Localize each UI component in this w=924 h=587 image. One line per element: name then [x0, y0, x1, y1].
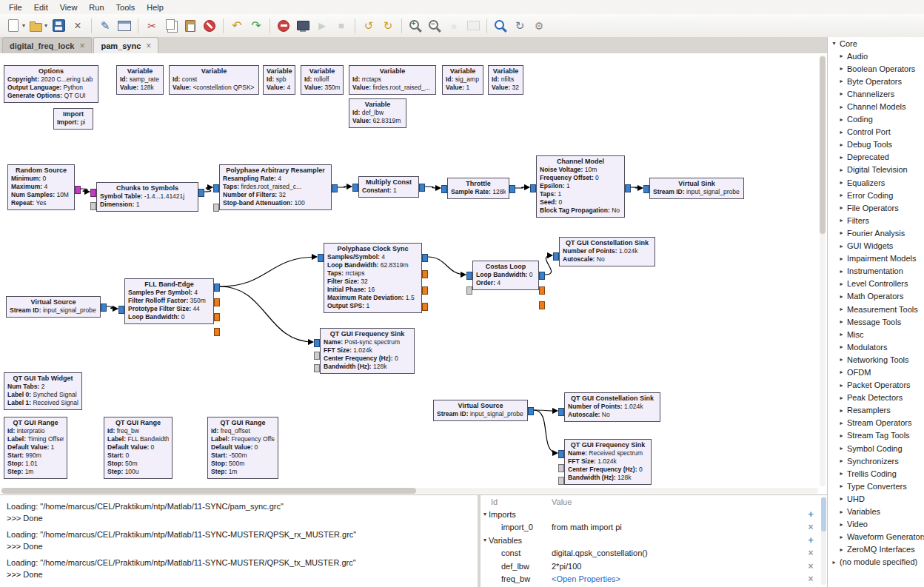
block-polyphase-arbitrary-resampler[interactable]: Polyphase Arbitrary ResamplerResampling … [219, 164, 332, 210]
port-in-blue[interactable] [558, 450, 564, 458]
port-out-blue[interactable] [528, 407, 534, 415]
connection[interactable] [545, 255, 552, 275]
tree-expander-icon[interactable]: ▸ [838, 420, 845, 426]
library-item-synchronizers[interactable]: ▸Synchronizers [828, 454, 924, 467]
menu-edit[interactable]: Edit [28, 1, 54, 13]
block-polyphase-clock-sync[interactable]: Polyphase Clock SyncSamples/Symbol: 4Loo… [324, 243, 422, 313]
tree-expander-icon[interactable]: ▸ [838, 90, 845, 97]
menu-tools[interactable]: Tools [110, 1, 141, 13]
block-channel-model[interactable]: Channel ModelNoise Voltage: 10mFrequency… [536, 155, 625, 218]
port-out-blue[interactable] [332, 184, 338, 192]
block-variable-rrctaps[interactable]: VariableId: rrctapsValue: firdes.root_ra… [349, 65, 436, 95]
tree-expander-icon[interactable]: ▸ [838, 470, 845, 477]
tab-close-icon[interactable]: × [79, 41, 84, 51]
library-item-measurement-tools[interactable]: ▸Measurement Tools [828, 303, 924, 315]
tree-expander-icon[interactable]: ▾ [483, 511, 486, 517]
kill-button[interactable]: ■ [332, 16, 351, 36]
port-out-magenta[interactable] [75, 186, 81, 194]
tree-expander-icon[interactable]: ▸ [838, 395, 845, 401]
block-virtual-source-1[interactable]: Virtual SourceStream ID: input_signal_pr… [6, 296, 101, 318]
scrollbar-thumb[interactable] [820, 56, 826, 234]
flowgraph-canvas[interactable]: OptionsCopyright: 2020 C...ering LabOutp… [0, 53, 827, 494]
library-item-instrumentation[interactable]: ▸Instrumentation [828, 265, 924, 278]
library-item-equalizers[interactable]: ▸Equalizers [828, 176, 924, 189]
port-out-orange[interactable] [214, 313, 220, 321]
library-item-channel-models[interactable]: ▸Channel Models [828, 100, 924, 113]
connection[interactable] [220, 286, 313, 342]
library-item-file-operators[interactable]: ▸File Operators [828, 201, 924, 214]
scrollbar-thumb[interactable] [821, 497, 826, 531]
connection[interactable] [338, 187, 352, 187]
port-in-blue[interactable] [553, 252, 559, 261]
open-properties-link[interactable]: <Open Properties> [552, 574, 802, 583]
var-group-imports[interactable]: ▾Imports+ [481, 508, 827, 521]
save-button[interactable] [49, 16, 68, 36]
block-virtual-sink[interactable]: Virtual SinkStream ID: input_signal_prob… [649, 178, 744, 199]
library-item-gui-widgets[interactable]: ▸GUI Widgets [828, 240, 924, 252]
library-item-video[interactable]: ▸Video [828, 518, 924, 531]
library-item-digital-television[interactable]: ▸Digital Television [828, 164, 924, 176]
block-fll-band-edge[interactable]: FLL Band-EdgeSamples Per Symbol: 4Filter… [124, 278, 214, 324]
tree-expander-icon[interactable]: ▸ [838, 432, 845, 439]
tree-expander-icon[interactable]: ▸ [838, 546, 845, 553]
open-button[interactable]: ▾ [27, 16, 49, 36]
tree-expander-icon[interactable]: ▸ [838, 534, 845, 540]
add-imports-button[interactable]: + [802, 509, 820, 520]
port-in-gray[interactable] [314, 364, 320, 372]
tree-expander-icon[interactable]: ▸ [838, 457, 845, 464]
port-out-blue[interactable] [101, 303, 107, 312]
block-qtgui-range-freq_bw[interactable]: QT GUI RangeId: freq_bwLabel: FLL Bandwi… [104, 417, 173, 479]
port-in-blue[interactable] [314, 339, 320, 347]
connection[interactable] [204, 187, 212, 192]
tree-expander-icon[interactable]: ▸ [838, 369, 845, 375]
tree-expander-icon[interactable]: ▸ [838, 53, 845, 59]
tree-expander-icon[interactable]: ▸ [838, 78, 845, 84]
block-virtual-source-2[interactable]: Virtual SourceStream ID: input_signal_pr… [433, 400, 528, 421]
find-block-button[interactable] [491, 16, 510, 36]
paste-button[interactable] [181, 16, 200, 36]
library-category-core[interactable]: ▾Core [828, 37, 924, 50]
port-in-blue[interactable] [213, 184, 219, 192]
tree-expander-icon[interactable]: ▸ [838, 407, 845, 414]
var-row-def_lbw[interactable]: def_lbw2*pi/100× [481, 560, 827, 573]
port-in-gray[interactable] [558, 464, 564, 472]
zoom-in-button[interactable]: + [406, 16, 425, 36]
block-qtgui-frequency-sink-2[interactable]: QT GUI Frequency SinkName: Received spec… [564, 439, 652, 485]
generate-button[interactable] [293, 16, 312, 36]
tree-expander-icon[interactable]: ▸ [838, 445, 845, 452]
library-item-impairment-models[interactable]: ▸Impairment Models [828, 252, 924, 265]
canvas-vertical-scrollbar[interactable] [820, 55, 826, 486]
close-button[interactable]: × [68, 16, 87, 36]
tree-expander-icon[interactable]: ▸ [838, 356, 845, 363]
connection[interactable] [220, 257, 317, 286]
library-item-peak-detectors[interactable]: ▸Peak Detectors [828, 392, 924, 404]
port-out-orange[interactable] [539, 286, 545, 295]
library-item-audio[interactable]: ▸Audio [828, 50, 924, 62]
new-button[interactable]: ▾ [4, 16, 27, 36]
tree-expander-icon[interactable]: ▸ [838, 192, 845, 198]
tree-expander-icon[interactable]: ▸ [838, 509, 845, 515]
block-qtgui-constellation-sink-2[interactable]: QT GUI Constellation SinkNumber of Point… [564, 392, 660, 422]
tree-expander-icon[interactable]: ▸ [838, 382, 845, 389]
block-variable-samp_rate[interactable]: VariableId: samp_rateValue: 128k [116, 65, 164, 95]
variable-editor-scrollbar[interactable] [821, 497, 826, 585]
tree-expander-icon[interactable]: ▸ [838, 495, 845, 502]
zoom-out-button[interactable]: − [425, 16, 444, 36]
tree-expander-icon[interactable]: ▾ [483, 537, 486, 543]
library-no-module[interactable]: ▸(no module specified) [828, 556, 924, 568]
tree-expander-icon[interactable]: ▸ [838, 483, 845, 489]
block-qtgui-constellation-sink-1[interactable]: QT GUI Constellation SinkNumber of Point… [559, 237, 655, 266]
preferences-button[interactable]: ⚙ [529, 16, 549, 36]
var-row-import_0[interactable]: import_0from math import pi× [481, 521, 827, 534]
port-out-blue[interactable] [198, 189, 204, 197]
tree-expander-icon[interactable]: ▸ [838, 141, 845, 148]
properties-button[interactable]: ✎ [96, 16, 115, 36]
tree-expander-icon[interactable]: ▸ [838, 306, 845, 312]
tree-expander-icon[interactable]: ▸ [838, 116, 845, 123]
library-item-fourier-analysis[interactable]: ▸Fourier Analysis [828, 227, 924, 239]
block-costas-loop[interactable]: Costas LoopLoop Bandwidth: 0Order: 4 [472, 261, 539, 290]
tree-expander-icon[interactable]: ▸ [838, 243, 845, 249]
tree-expander-icon[interactable]: ▸ [838, 343, 845, 350]
remove-row-button[interactable]: × [802, 522, 820, 532]
port-in-blue[interactable] [643, 185, 649, 193]
